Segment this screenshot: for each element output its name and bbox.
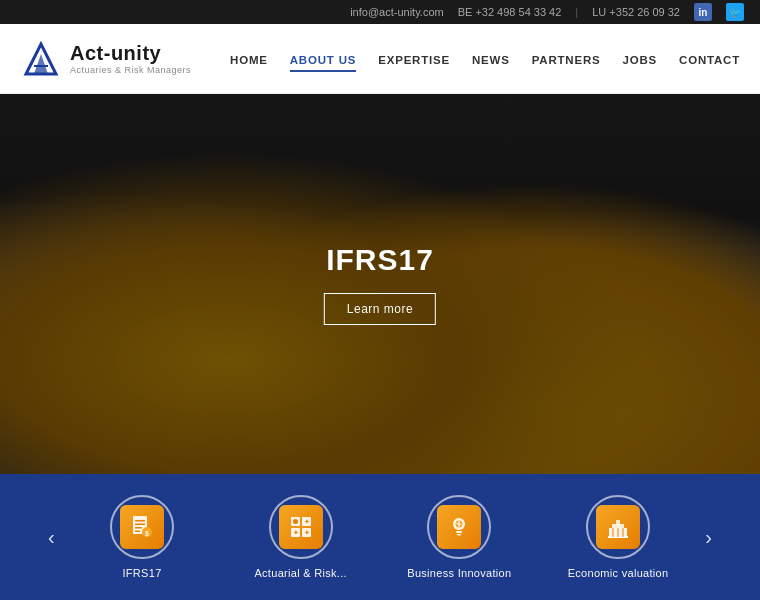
nav-item-news[interactable]: NEWS [472, 50, 510, 68]
cards-inner: ‹ $ IFRS17 [40, 495, 720, 579]
nav-item-partners[interactable]: PARTNERS [532, 50, 601, 68]
card-icon-economic [596, 505, 640, 549]
nav-link-jobs[interactable]: JOBS [623, 50, 658, 70]
svg-rect-19 [456, 531, 462, 533]
top-bar: info@act-unity.com BE +32 498 54 33 42 |… [0, 0, 760, 24]
nav-link-contact[interactable]: CONTACT [679, 50, 740, 70]
svg-rect-4 [135, 520, 145, 522]
logo-icon [20, 38, 62, 80]
document-icon: $ [129, 514, 155, 540]
card-icon-circle-business [427, 495, 491, 559]
hero-title: IFRS17 [324, 243, 436, 277]
card-icon-circle-ifrs17: $ [110, 495, 174, 559]
logo-area: Act-unity Actuaries & Risk Managers [20, 38, 230, 80]
svg-text:✦: ✦ [292, 529, 298, 536]
nav-links: HOME ABOUT US EXPERTISE NEWS PARTNERS JO… [230, 50, 740, 68]
svg-rect-7 [135, 531, 140, 533]
svg-text:$: $ [145, 530, 149, 538]
svg-rect-30 [622, 528, 624, 537]
puzzle-icon: ✦ ✦ ✦ [288, 514, 314, 540]
svg-rect-20 [457, 534, 461, 536]
svg-rect-29 [617, 528, 619, 537]
navbar: Act-unity Actuaries & Risk Managers HOME… [0, 24, 760, 94]
card-icon-circle-actuarial: ✦ ✦ ✦ [269, 495, 333, 559]
svg-point-14 [293, 519, 298, 524]
prev-arrow-button[interactable]: ‹ [40, 526, 63, 549]
nav-item-expertise[interactable]: EXPERTISE [378, 50, 450, 68]
hero-learn-more-button[interactable]: Learn more [324, 293, 436, 325]
nav-item-contact[interactable]: CONTACT [679, 50, 740, 68]
cards-section: ‹ $ IFRS17 [0, 474, 760, 600]
nav-item-jobs[interactable]: JOBS [623, 50, 658, 68]
building-icon [605, 514, 631, 540]
hero-section: IFRS17 Learn more [0, 94, 760, 474]
card-icon-ifrs17: $ [120, 505, 164, 549]
svg-text:✦: ✦ [303, 518, 309, 525]
card-item-business[interactable]: Business Innovation [380, 495, 539, 579]
svg-rect-5 [135, 524, 145, 526]
twitter-icon[interactable]: 🐦 [726, 3, 744, 21]
card-label-actuarial: Actuarial & Risk... [254, 567, 347, 579]
nav-link-expertise[interactable]: EXPERTISE [378, 50, 450, 70]
logo-name: Act-unity [70, 42, 191, 65]
nav-link-partners[interactable]: PARTNERS [532, 50, 601, 70]
nav-link-about[interactable]: ABOUT US [290, 50, 356, 72]
card-icon-actuarial: ✦ ✦ ✦ [279, 505, 323, 549]
logo-text-area: Act-unity Actuaries & Risk Managers [70, 42, 191, 75]
card-icon-business [437, 505, 481, 549]
phone-lu: LU +352 26 09 32 [592, 6, 680, 18]
logo-tagline: Actuaries & Risk Managers [70, 65, 191, 75]
svg-text:✦: ✦ [303, 529, 309, 536]
card-item-actuarial[interactable]: ✦ ✦ ✦ Actuarial & Risk... [221, 495, 380, 579]
nav-link-news[interactable]: NEWS [472, 50, 510, 70]
card-label-economic: Economic valuation [568, 567, 669, 579]
card-item-economic[interactable]: Economic valuation [539, 495, 698, 579]
email-link[interactable]: info@act-unity.com [350, 6, 444, 18]
nav-item-home[interactable]: HOME [230, 50, 268, 68]
separator: | [575, 6, 578, 18]
svg-rect-28 [612, 528, 614, 537]
lightbulb-icon [446, 514, 472, 540]
phone-be: BE +32 498 54 33 42 [458, 6, 562, 18]
card-item-ifrs17[interactable]: $ IFRS17 [63, 495, 222, 579]
next-arrow-button[interactable]: › [697, 526, 720, 549]
hero-content: IFRS17 Learn more [324, 243, 436, 325]
card-icon-circle-economic [586, 495, 650, 559]
svg-rect-6 [135, 527, 142, 529]
card-label-business: Business Innovation [407, 567, 511, 579]
svg-rect-26 [616, 520, 620, 525]
nav-item-about[interactable]: ABOUT US [290, 50, 356, 68]
card-label-ifrs17: IFRS17 [122, 567, 161, 579]
linkedin-icon[interactable]: in [694, 3, 712, 21]
nav-link-home[interactable]: HOME [230, 50, 268, 70]
